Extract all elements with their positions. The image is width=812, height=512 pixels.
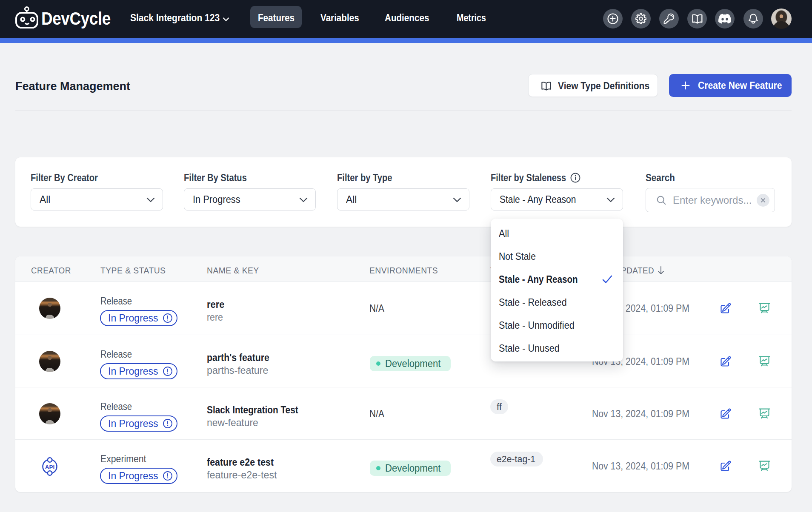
svg-text:API: API xyxy=(45,464,55,470)
